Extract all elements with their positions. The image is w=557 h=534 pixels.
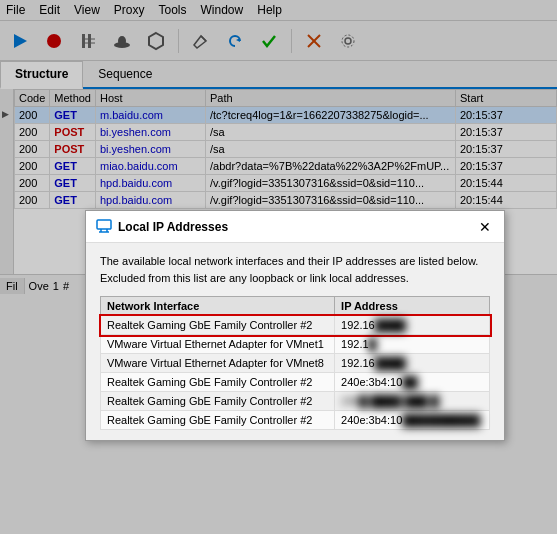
dialog-close-button[interactable]: ✕ — [476, 218, 494, 236]
dialog-table-row[interactable]: VMware Virtual Ethernet Adapter for VMne… — [101, 335, 490, 354]
dialog-cell-interface: Realtek Gaming GbE Family Controller #2 — [101, 392, 335, 411]
svg-rect-15 — [97, 220, 111, 229]
dialog-table-row[interactable]: Realtek Gaming GbE Family Controller #2 … — [101, 411, 490, 430]
dialog-cell-interface: Realtek Gaming GbE Family Controller #2 — [101, 316, 335, 335]
dialog-cell-interface: Realtek Gaming GbE Family Controller #2 — [101, 373, 335, 392]
dialog-table-row[interactable]: Realtek Gaming GbE Family Controller #2 … — [101, 373, 490, 392]
dialog-cell-ip: 192.16████ — [335, 354, 490, 373]
dialog-overlay: Local IP Addresses ✕ The available local… — [0, 0, 557, 534]
dialog-cell-interface: VMware Virtual Ethernet Adapter for VMne… — [101, 354, 335, 373]
dialog-table-row[interactable]: Realtek Gaming GbE Family Controller #2 … — [101, 316, 490, 335]
dialog-title-text: Local IP Addresses — [118, 220, 228, 234]
dialog-cell-interface: VMware Virtual Ethernet Adapter for VMne… — [101, 335, 335, 354]
dialog-cell-interface: Realtek Gaming GbE Family Controller #2 — [101, 411, 335, 430]
dialog-titlebar: Local IP Addresses ✕ — [86, 211, 504, 243]
dialog-cell-ip: 240█ ████ ███.█ — [335, 392, 490, 411]
dialog-body: The available local network interfaces a… — [86, 243, 504, 440]
local-ip-dialog: Local IP Addresses ✕ The available local… — [85, 210, 505, 441]
dialog-cell-ip: 192.1█ — [335, 335, 490, 354]
dialog-icon — [96, 217, 112, 236]
dialog-title-left: Local IP Addresses — [96, 217, 228, 236]
dialog-table-row[interactable]: VMware Virtual Ethernet Adapter for VMne… — [101, 354, 490, 373]
dialog-cell-ip: 240e:3b4:10██ — [335, 373, 490, 392]
dialog-cell-ip: 192.16████ — [335, 316, 490, 335]
dialog-col-interface: Network Interface — [101, 297, 335, 316]
dialog-table-row[interactable]: Realtek Gaming GbE Family Controller #2 … — [101, 392, 490, 411]
dialog-description: The available local network interfaces a… — [100, 253, 490, 286]
dialog-col-ip: IP Address — [335, 297, 490, 316]
dialog-table: Network Interface IP Address Realtek Gam… — [100, 296, 490, 430]
dialog-cell-ip: 240e:3b4:10██████████ — [335, 411, 490, 430]
